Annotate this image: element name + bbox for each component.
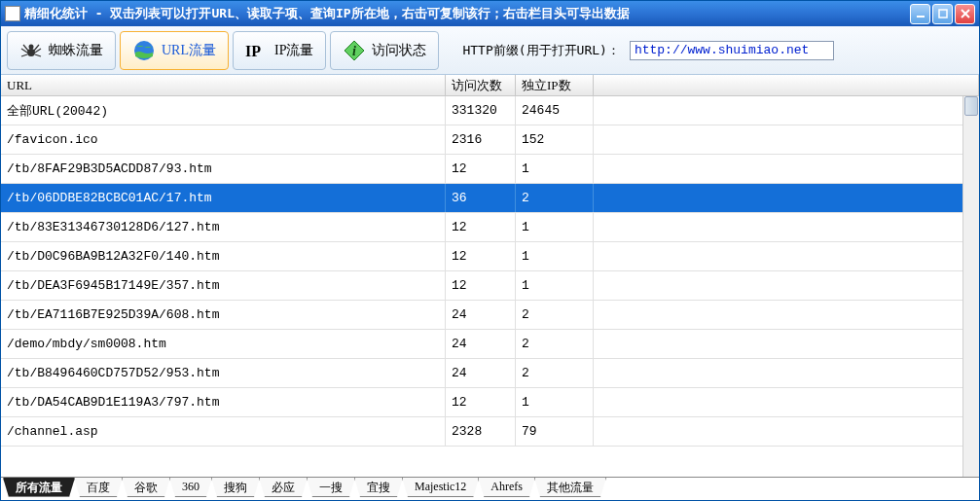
svg-point-5 bbox=[29, 44, 34, 49]
cell-visits: 36 bbox=[446, 184, 516, 212]
table-row[interactable]: /favicon.ico2316152 bbox=[1, 125, 979, 155]
column-header-spacer bbox=[594, 75, 979, 95]
maximize-button[interactable] bbox=[932, 4, 953, 24]
table-row[interactable]: 全部URL(20042)33132024645 bbox=[1, 96, 979, 125]
column-header-visits[interactable]: 访问次数 bbox=[446, 75, 516, 95]
cell-ips: 1 bbox=[516, 242, 594, 270]
table-body[interactable]: 全部URL(20042)33132024645/favicon.ico23161… bbox=[1, 96, 979, 477]
table-row[interactable]: /channel.asp232879 bbox=[1, 417, 979, 447]
cell-visits: 12 bbox=[446, 271, 516, 300]
tab-label: URL流量 bbox=[162, 42, 216, 59]
cell-rest bbox=[594, 271, 979, 300]
cell-ips: 1 bbox=[516, 213, 594, 241]
cell-rest bbox=[594, 359, 979, 387]
cell-url: /channel.asp bbox=[1, 417, 446, 446]
tab-label: 访问状态 bbox=[372, 42, 426, 59]
cell-visits: 24 bbox=[446, 359, 516, 387]
table-row[interactable]: /tb/B8496460CD757D52/953.htm242 bbox=[1, 359, 979, 388]
toolbar-tab-info[interactable]: i访问状态 bbox=[330, 31, 439, 70]
cell-url: /tb/DEA3F6945B17149E/357.htm bbox=[1, 271, 446, 300]
cell-url: /tb/D0C96BA9B12A32F0/140.htm bbox=[1, 242, 446, 270]
cell-rest bbox=[594, 213, 979, 241]
cell-visits: 12 bbox=[446, 155, 516, 183]
svg-rect-1 bbox=[939, 10, 947, 18]
cell-visits: 2328 bbox=[446, 417, 516, 446]
cell-rest bbox=[594, 330, 979, 358]
table-row[interactable]: /tb/D0C96BA9B12A32F0/140.htm121 bbox=[1, 242, 979, 271]
app-window: 精细化统计 - 双击列表可以打开URL、读取子项、查询IP所在地，右击可复制该行… bbox=[0, 0, 980, 501]
cell-visits: 12 bbox=[446, 213, 516, 241]
vertical-scrollbar[interactable] bbox=[962, 96, 979, 477]
source-tab[interactable]: 搜狗 bbox=[211, 478, 260, 497]
toolbar: 蜘蛛流量URL流量IPIP流量i访问状态HTTP前缀(用于打开URL)： bbox=[1, 26, 979, 75]
cell-ips: 79 bbox=[516, 417, 594, 446]
cell-ips: 2 bbox=[516, 184, 594, 212]
cell-visits: 24 bbox=[446, 330, 516, 358]
cell-rest bbox=[594, 96, 979, 125]
cell-ips: 1 bbox=[516, 388, 594, 416]
table-row[interactable]: /tb/06DDBE82BCBC01AC/17.htm362 bbox=[1, 184, 979, 213]
source-tab[interactable]: Ahrefs bbox=[478, 478, 535, 497]
column-header-ips[interactable]: 独立IP数 bbox=[516, 75, 594, 95]
cell-rest bbox=[594, 125, 979, 154]
cell-url: 全部URL(20042) bbox=[1, 96, 446, 125]
source-tab[interactable]: 必应 bbox=[259, 478, 308, 497]
cell-url: /tb/06DDBE82BCBC01AC/17.htm bbox=[1, 184, 446, 212]
source-tab[interactable]: 一搜 bbox=[307, 478, 355, 497]
http-prefix-input[interactable] bbox=[630, 41, 834, 60]
toolbar-tab-ip[interactable]: IPIP流量 bbox=[233, 31, 326, 70]
svg-line-9 bbox=[35, 54, 41, 56]
source-tab[interactable]: 所有流量 bbox=[3, 478, 75, 497]
scrollbar-thumb[interactable] bbox=[964, 96, 978, 116]
cell-rest bbox=[594, 417, 979, 446]
svg-text:IP: IP bbox=[245, 43, 261, 59]
table-row[interactable]: /tb/DA54CAB9D1E119A3/797.htm121 bbox=[1, 388, 979, 417]
cell-url: /tb/B8496460CD757D52/953.htm bbox=[1, 359, 446, 387]
table-row[interactable]: /tb/8FAF29B3D5ACDD87/93.htm121 bbox=[1, 155, 979, 184]
cell-ips: 1 bbox=[516, 155, 594, 183]
table-row[interactable]: /tb/DEA3F6945B17149E/357.htm121 bbox=[1, 271, 979, 301]
column-header-url[interactable]: URL bbox=[1, 75, 446, 95]
source-tab[interactable]: Majestic12 bbox=[402, 478, 479, 497]
app-icon bbox=[5, 6, 20, 21]
window-title: 精细化统计 - 双击列表可以打开URL、读取子项、查询IP所在地，右击可复制该行… bbox=[24, 5, 910, 22]
svg-line-7 bbox=[21, 54, 27, 56]
svg-line-11 bbox=[34, 45, 39, 51]
cell-url: /demo/mbdy/sm0008.htm bbox=[1, 330, 446, 358]
cell-ips: 2 bbox=[516, 301, 594, 329]
cell-visits: 2316 bbox=[446, 125, 516, 154]
table-row[interactable]: /tb/83E31346730128D6/127.htm121 bbox=[1, 213, 979, 242]
cell-rest bbox=[594, 242, 979, 270]
cell-url: /favicon.ico bbox=[1, 125, 446, 154]
table-header[interactable]: URL 访问次数 独立IP数 bbox=[1, 75, 979, 96]
close-button[interactable] bbox=[955, 4, 975, 24]
cell-url: /tb/DA54CAB9D1E119A3/797.htm bbox=[1, 388, 446, 416]
source-tab[interactable]: 其他流量 bbox=[534, 478, 606, 497]
toolbar-tab-globe[interactable]: URL流量 bbox=[120, 31, 229, 70]
table-row[interactable]: /demo/mbdy/sm0008.htm242 bbox=[1, 330, 979, 359]
titlebar[interactable]: 精细化统计 - 双击列表可以打开URL、读取子项、查询IP所在地，右击可复制该行… bbox=[1, 1, 979, 26]
http-prefix-label: HTTP前缀(用于打开URL)： bbox=[462, 42, 619, 59]
table-row[interactable]: /tb/EA7116B7E925D39A/608.htm242 bbox=[1, 301, 979, 330]
source-tab[interactable]: 360 bbox=[169, 478, 212, 497]
cell-rest bbox=[594, 184, 979, 212]
svg-point-4 bbox=[27, 49, 35, 56]
spider-icon bbox=[19, 39, 43, 62]
source-tab[interactable]: 百度 bbox=[74, 478, 123, 497]
cell-rest bbox=[594, 155, 979, 183]
source-tab[interactable]: 谷歌 bbox=[122, 478, 170, 497]
source-tab[interactable]: 宜搜 bbox=[354, 478, 403, 497]
cell-ips: 24645 bbox=[516, 96, 594, 125]
toolbar-tab-spider[interactable]: 蜘蛛流量 bbox=[7, 31, 116, 70]
cell-url: /tb/8FAF29B3D5ACDD87/93.htm bbox=[1, 155, 446, 183]
cell-ips: 152 bbox=[516, 125, 594, 154]
info-icon: i bbox=[343, 39, 366, 62]
cell-url: /tb/EA7116B7E925D39A/608.htm bbox=[1, 301, 446, 329]
ip-icon: IP bbox=[245, 39, 269, 62]
cell-url: /tb/83E31346730128D6/127.htm bbox=[1, 213, 446, 241]
cell-ips: 2 bbox=[516, 330, 594, 358]
minimize-button[interactable] bbox=[910, 4, 930, 24]
cell-visits: 331320 bbox=[446, 96, 516, 125]
window-controls bbox=[910, 4, 979, 24]
cell-visits: 24 bbox=[446, 301, 516, 329]
